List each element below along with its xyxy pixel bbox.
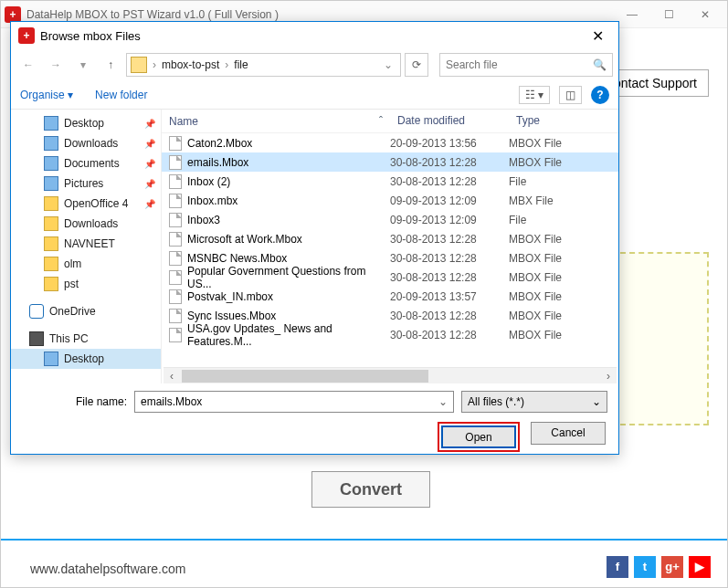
tree-item[interactable]: Downloads📌 (11, 133, 161, 153)
file-date: 30-08-2013 12:28 (390, 252, 509, 265)
organise-menu[interactable]: Organise ▾ (20, 89, 73, 101)
breadcrumb-seg[interactable]: mbox-to-pst (162, 58, 219, 71)
search-icon: 🔍 (593, 58, 607, 71)
view-mode-button[interactable]: ☷ ▾ (519, 86, 550, 104)
pin-icon: 📌 (144, 119, 155, 129)
file-list[interactable]: Caton2.Mbox20-09-2013 13:56MBOX Fileemai… (162, 133, 618, 367)
file-name: USA.gov Updates_ News and Features.M... (187, 322, 390, 348)
search-box[interactable]: 🔍 (439, 53, 613, 77)
file-type: MBX File (509, 194, 618, 207)
tree-item[interactable]: pst (11, 274, 161, 294)
file-row[interactable]: Caton2.Mbox20-09-2013 13:56MBOX File (162, 133, 618, 152)
file-type: MBOX File (509, 271, 618, 284)
file-date: 30-08-2013 12:28 (390, 156, 509, 169)
folder-tree[interactable]: Desktop📌Downloads📌Documents📌Pictures📌Ope… (11, 110, 162, 383)
tree-item-label: NAVNEET (64, 237, 115, 250)
twitter-icon[interactable]: t (634, 556, 656, 578)
googleplus-icon[interactable]: g+ (661, 556, 683, 578)
file-row[interactable]: Popular Government Questions from US...3… (162, 268, 618, 287)
chevron-down-icon[interactable]: ⌄ (438, 395, 448, 408)
refresh-button[interactable]: ⟳ (405, 53, 428, 77)
tree-item[interactable]: Desktop📌 (11, 113, 161, 133)
file-row[interactable]: Microsoft at Work.Mbox30-08-2013 12:28MB… (162, 229, 618, 248)
scroll-right-icon[interactable]: › (600, 368, 617, 384)
open-button[interactable]: Open (441, 425, 516, 448)
file-date: 09-09-2013 12:09 (390, 194, 509, 207)
tree-item[interactable]: Pictures📌 (11, 173, 161, 194)
folder-icon (44, 196, 58, 211)
nav-up-button[interactable]: ↑ (99, 53, 122, 77)
chevron-right-icon: › (149, 58, 160, 71)
dialog-close-button[interactable]: ✕ (584, 27, 611, 45)
folder-icon (44, 277, 58, 291)
cancel-button[interactable]: Cancel (531, 422, 606, 445)
tree-item[interactable]: NAVNEET (11, 234, 161, 254)
open-button-highlight: Open (438, 422, 520, 452)
tree-item[interactable]: Downloads (11, 214, 161, 234)
youtube-icon[interactable]: ▶ (689, 556, 711, 578)
convert-button[interactable]: Convert (311, 471, 430, 508)
breadcrumb[interactable]: › mbox-to-pst › file ⌄ (126, 53, 401, 77)
app-close-button[interactable]: ✕ (687, 2, 723, 27)
filename-label: File name: (22, 395, 127, 408)
new-folder-button[interactable]: New folder (95, 89, 147, 101)
facebook-icon[interactable]: f (607, 556, 628, 578)
file-name: Inbox (2) (187, 175, 230, 188)
search-input[interactable] (440, 54, 612, 76)
social-links: f t g+ ▶ (607, 556, 711, 578)
file-row[interactable]: Postvak_IN.mbox20-09-2013 13:57MBOX File (162, 287, 618, 306)
filename-input[interactable] (141, 395, 438, 408)
blue-icon (44, 176, 58, 191)
tree-item[interactable]: Documents📌 (11, 153, 161, 173)
file-name: Microsoft at Work.Mbox (187, 233, 302, 246)
file-icon (169, 289, 182, 304)
blue-icon (44, 136, 58, 151)
nav-forward-button[interactable]: → (44, 53, 68, 77)
file-row[interactable]: emails.Mbox30-08-2013 12:28MBOX File (162, 152, 618, 172)
nav-recent-button[interactable]: ▾ (71, 53, 95, 77)
tree-item-label: This PC (49, 332, 89, 345)
file-row[interactable]: Inbox (2)30-08-2013 12:28File (162, 172, 618, 191)
file-type: MBOX File (509, 137, 618, 150)
tree-item-label: Documents (64, 157, 120, 170)
file-row[interactable]: USA.gov Updates_ News and Features.M...3… (162, 325, 618, 344)
minimize-button[interactable]: — (614, 2, 650, 27)
file-list-headers[interactable]: Nameˆ Date modified Type (162, 110, 618, 133)
file-date: 30-08-2013 12:28 (390, 175, 509, 188)
tree-item[interactable]: OpenOffice 4📌 (11, 194, 161, 214)
sort-asc-icon: ˆ (379, 115, 383, 128)
file-date: 09-09-2013 12:09 (390, 214, 509, 226)
file-type: MBOX File (509, 233, 618, 246)
file-name: Postvak_IN.mbox (187, 290, 273, 303)
help-button[interactable]: ? (591, 86, 609, 104)
file-row[interactable]: Inbox.mbx09-09-2013 12:09MBX File (162, 191, 618, 210)
tree-item[interactable]: olm (11, 254, 161, 274)
maximize-button[interactable]: ☐ (650, 2, 687, 27)
file-type: MBOX File (509, 156, 618, 169)
file-name: MSNBC News.Mbox (187, 252, 287, 265)
chevron-down-icon[interactable]: ⌄ (380, 58, 396, 71)
file-type-filter[interactable]: All files (*.*)⌄ (461, 391, 607, 413)
filename-combobox[interactable]: ⌄ (134, 391, 454, 413)
file-type: MBOX File (509, 252, 618, 265)
file-icon (169, 194, 182, 208)
tree-item[interactable]: OneDrive (11, 301, 161, 321)
preview-pane-button[interactable]: ◫ (559, 86, 582, 104)
file-icon (169, 251, 182, 266)
tree-item-label: Downloads (64, 217, 118, 230)
horizontal-scrollbar[interactable]: ‹ › (164, 367, 617, 383)
file-icon (169, 136, 182, 151)
file-icon (169, 309, 182, 323)
tree-item[interactable]: Desktop (11, 349, 161, 369)
scroll-left-icon[interactable]: ‹ (164, 368, 180, 384)
pin-icon: 📌 (144, 139, 155, 149)
file-row[interactable]: Inbox309-09-2013 12:09File (162, 210, 618, 229)
file-icon (169, 328, 182, 342)
nav-back-button[interactable]: ← (16, 53, 40, 77)
footer-url[interactable]: www.datahelpsoftware.com (30, 562, 185, 576)
file-name: Caton2.Mbox (187, 137, 252, 150)
breadcrumb-seg[interactable]: file (234, 58, 248, 71)
file-icon (169, 174, 182, 189)
tree-item[interactable]: This PC (11, 329, 161, 349)
scrollbar-thumb[interactable] (182, 370, 428, 383)
